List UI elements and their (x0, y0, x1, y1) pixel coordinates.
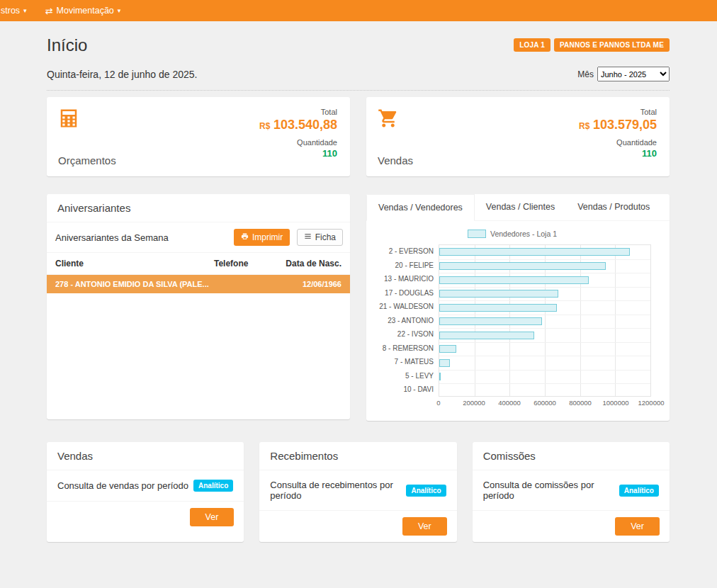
tab-vendas-clientes[interactable]: Vendas / Clientes (475, 194, 566, 221)
card-text: Consulta de comissões por período (483, 480, 614, 501)
chart-plot (439, 244, 651, 397)
y-tick-label: 13 - MAURICIO (373, 272, 439, 286)
tab-vendas-produtos[interactable]: Vendas / Produtos (566, 194, 661, 221)
card-text: Consulta de vendas por período (57, 480, 188, 491)
print-button[interactable]: Imprimir (234, 229, 290, 246)
ficha-button[interactable]: Ficha (297, 229, 343, 246)
nav-item-label: stros (1, 6, 20, 16)
chart-legend: Vendedores - Loja 1 (373, 230, 651, 238)
dotted-divider (47, 90, 670, 91)
nav-item-label: Movimentação (57, 6, 114, 16)
quantity-label: Quantidade (297, 138, 337, 147)
bar-17-douglas (439, 290, 558, 298)
report-card-vendas: Vendas Consulta de vendas por período An… (47, 442, 244, 542)
column-cliente: Cliente (55, 259, 214, 268)
summary-title: Vendas (378, 154, 413, 166)
analitico-badge: Analítico (619, 485, 659, 497)
card-title: Recebimentos (259, 442, 456, 470)
card-title: Vendas (47, 442, 244, 470)
printer-icon (241, 232, 249, 242)
bar-2-everson (439, 248, 630, 256)
store-badges: LOJA 1 PANNOS E PANNOS LTDA ME (514, 38, 670, 52)
report-card-comissoes: Comissões Consulta de comissões por perí… (473, 442, 670, 542)
analitico-badge: Analítico (193, 480, 233, 492)
analitico-badge: Analítico (406, 485, 446, 497)
chart-row (439, 383, 650, 397)
table-row[interactable]: 278 - ANTONIO EMIDIO DA SILVA (PALE... 1… (47, 275, 350, 293)
bar-13-mauricio (439, 276, 589, 284)
chart-row (439, 315, 650, 329)
x-tick-label: 400000 (498, 399, 521, 407)
month-label: Mês (577, 69, 594, 79)
chart-row (439, 287, 650, 301)
x-tick-label: 600000 (533, 399, 556, 407)
birthdays-title: Aniversariantes (47, 194, 350, 222)
bar-23-antonio (439, 317, 542, 325)
birthdays-card: Aniversariantes Aniversariantes da Seman… (47, 194, 350, 419)
y-tick-label: 8 - REMERSON (373, 341, 439, 356)
x-tick-label: 1000000 (603, 399, 629, 407)
cart-icon (378, 108, 413, 132)
chart-row (439, 245, 650, 259)
caret-down-icon: ▾ (23, 8, 27, 14)
birthdays-subtitle: Aniversariantes da Semana (55, 232, 169, 243)
month-select[interactable]: Junho - 2025 (597, 67, 670, 81)
nav-item-movimentacao[interactable]: ⇄ Movimentação ▾ (41, 0, 125, 21)
quantity-label: Quantidade (616, 138, 657, 147)
legend-swatch (468, 230, 486, 238)
birthdays-table-header: Cliente Telefone Data de Nasc. (47, 253, 350, 275)
x-tick-label: 200000 (463, 399, 485, 407)
total-amount: R$ 103.579,05 (579, 118, 657, 132)
chart-y-labels: 2 - EVERSON20 - FELIPE13 - MAURICIO17 - … (373, 244, 439, 397)
list-icon (304, 232, 312, 242)
chart-row (439, 370, 650, 384)
company-badge: PANNOS E PANNOS LTDA ME (554, 38, 670, 52)
column-telefone: Telefone (214, 259, 274, 268)
total-label: Total (640, 108, 657, 116)
x-tick-label: 1200000 (638, 399, 665, 407)
quantity-value: 110 (322, 148, 337, 159)
row-client: 278 - ANTONIO EMIDIO DA SILVA (PALE... (55, 280, 214, 288)
chart-row (439, 259, 650, 273)
y-tick-label: 20 - FELIPE (373, 259, 439, 273)
quantity-value: 110 (642, 148, 657, 159)
ver-button[interactable]: Ver (402, 517, 447, 536)
exchange-icon: ⇄ (45, 6, 53, 16)
store-badge: LOJA 1 (514, 38, 551, 52)
total-label: Total (321, 108, 337, 116)
sales-chart-card: Vendas / Vendedores Vendas / Clientes Ve… (366, 194, 670, 421)
legend-label: Vendedores - Loja 1 (490, 230, 557, 238)
caret-down-icon: ▾ (118, 8, 121, 14)
y-tick-label: 2 - EVERSON (373, 244, 439, 259)
summary-title: Orçamentos (58, 154, 116, 166)
summary-card-vendas: Vendas Total R$ 103.579,05 Quantidade 11… (366, 97, 670, 176)
chart-row (439, 356, 650, 370)
bar-chart: Vendedores - Loja 1 2 - EVERSON20 - FELI… (366, 221, 670, 414)
y-tick-label: 5 - LEVY (373, 369, 439, 383)
page-title: Início (47, 35, 87, 55)
summary-card-orcamentos: Orçamentos Total R$ 103.540,88 Quantidad… (47, 97, 350, 176)
y-tick-label: 17 - DOUGLAS (373, 286, 439, 300)
bar-21-waldeson (439, 304, 557, 312)
tab-vendas-vendedores[interactable]: Vendas / Vendedores (366, 194, 475, 221)
chart-row (439, 300, 650, 315)
bar-22-ivson (439, 332, 534, 339)
x-tick-label: 800000 (569, 399, 592, 407)
current-date: Quinta-feira, 12 de junho de 2025. (47, 69, 198, 80)
row-birthdate: 12/06/1966 (274, 280, 341, 288)
chart-row (439, 342, 650, 356)
card-text: Consulta de recebimentos por período (270, 480, 401, 501)
nav-item-cadastros[interactable]: stros ▾ (0, 0, 31, 21)
total-amount: R$ 103.540,88 (259, 118, 337, 132)
bar-20-felipe (439, 262, 606, 270)
chart-row (439, 273, 650, 287)
card-title: Comissões (473, 442, 670, 470)
bar-5-levy (439, 373, 441, 380)
y-tick-label: 21 - WALDESON (373, 300, 439, 314)
report-card-recebimentos: Recebimentos Consulta de recebimentos po… (259, 442, 456, 542)
bar-7-mateus (439, 359, 450, 367)
ver-button[interactable]: Ver (190, 508, 235, 526)
ver-button[interactable]: Ver (615, 517, 660, 536)
top-navbar: stros ▾ ⇄ Movimentação ▾ (0, 0, 717, 21)
bar-8-remerson (439, 345, 456, 353)
